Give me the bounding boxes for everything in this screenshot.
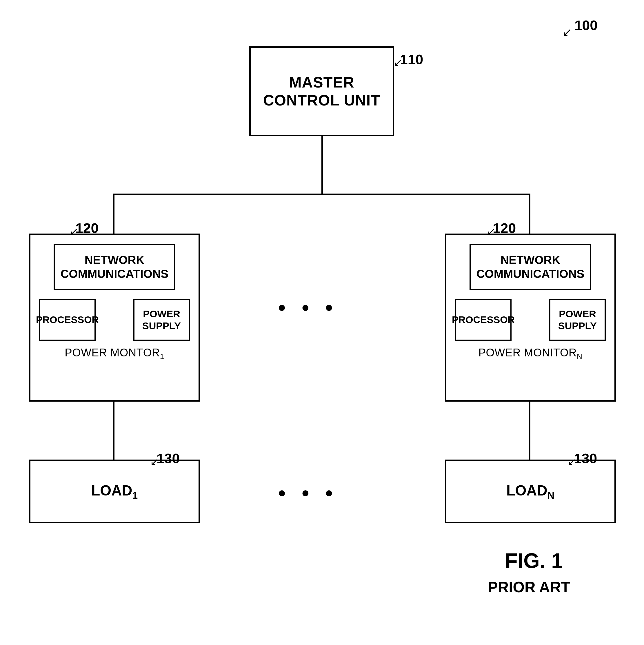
mcu-box: MASTERCONTROL UNIT (249, 46, 394, 136)
ref-label-110: 110 (400, 51, 423, 67)
power-supply-left-label: POWERSUPPLY (142, 308, 181, 332)
mcu-label: MASTERCONTROL UNIT (263, 73, 380, 110)
load-left-label: LOAD1 (91, 482, 138, 501)
load-right-box: LOADN (445, 460, 616, 523)
diagram: ↙ 100 MASTERCONTROL UNIT ↙ 110 ↙ 120 ↙ 1… (0, 0, 644, 645)
power-supply-left-box: POWERSUPPLY (133, 299, 190, 341)
power-supply-right-label: POWERSUPPLY (558, 308, 597, 332)
network-comm-left-label: NETWORKCOMMUNICATIONS (60, 253, 169, 281)
processor-left-label: PROCESSOR (36, 314, 99, 326)
power-supply-right-box: POWERSUPPLY (549, 299, 606, 341)
load-right-label: LOADN (506, 482, 555, 501)
line-pm-right-to-load (529, 402, 530, 460)
power-monitor-right-box: NETWORKCOMMUNICATIONS PROCESSOR POWERSUP… (445, 234, 616, 402)
pm-right-name: POWER MONITORN (478, 347, 583, 361)
dots-between-loads: • • • (278, 481, 338, 505)
line-horizontal-bus (113, 194, 530, 195)
processor-right-box: PROCESSOR (455, 299, 511, 341)
pm-left-name: POWER MONTOR1 (65, 347, 164, 361)
line-pm-left-to-load (113, 402, 115, 460)
dots-between-pm: • • • (278, 295, 338, 319)
pm-left-bottom-row: PROCESSOR POWERSUPPLY (39, 299, 190, 341)
network-comm-right-box: NETWORKCOMMUNICATIONS (469, 244, 591, 290)
line-left-to-pm (113, 194, 115, 234)
pm-right-bottom-row: PROCESSOR POWERSUPPLY (455, 299, 606, 341)
ref-label-100: 100 (575, 17, 598, 33)
load-left-box: LOAD1 (29, 460, 200, 523)
processor-right-label: PROCESSOR (452, 314, 515, 326)
network-comm-left-box: NETWORKCOMMUNICATIONS (54, 244, 175, 290)
line-right-to-pm (529, 194, 530, 234)
arrow-100: ↙ (562, 25, 572, 39)
processor-left-box: PROCESSOR (39, 299, 95, 341)
power-monitor-left-box: NETWORKCOMMUNICATIONS PROCESSOR POWERSUP… (29, 234, 200, 402)
figure-label: FIG. 1 (505, 549, 563, 573)
network-comm-right-label: NETWORKCOMMUNICATIONS (476, 253, 585, 281)
prior-art-label: PRIOR ART (488, 578, 570, 596)
line-mcu-to-horizontal (321, 136, 323, 194)
